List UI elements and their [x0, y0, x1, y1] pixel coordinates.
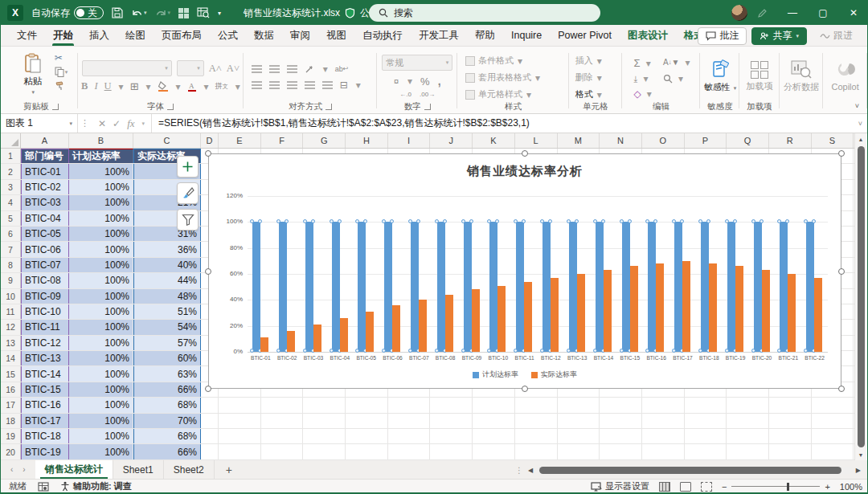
cell-B19[interactable]: 100%: [69, 429, 133, 443]
bar-计划达标率-BTIC-04[interactable]: [332, 222, 340, 352]
bar-实际达标率-BTIC-12[interactable]: [551, 278, 559, 352]
cell-B18[interactable]: 100%: [69, 414, 133, 428]
cell-A10[interactable]: BTIC-09: [21, 289, 69, 304]
pen-icon[interactable]: [757, 8, 768, 18]
bar-实际达标率-BTIC-19[interactable]: [735, 266, 743, 352]
row-header-11[interactable]: 11: [1, 304, 21, 319]
cell-L20[interactable]: [515, 444, 558, 459]
cell-B17[interactable]: 100%: [69, 398, 133, 412]
cell-B4[interactable]: 100%: [69, 195, 133, 210]
cell-B13[interactable]: 100%: [69, 336, 133, 350]
bar-计划达标率-BTIC-21[interactable]: [780, 222, 788, 352]
vertical-scrollbar[interactable]: ▲ ▼: [854, 133, 866, 460]
cell-C7[interactable]: 36%: [133, 242, 201, 256]
column-header-B[interactable]: B: [69, 133, 133, 148]
chart-title[interactable]: 销售业绩达标率分析: [209, 164, 841, 179]
cell-R19[interactable]: [769, 429, 812, 443]
formula-input[interactable]: =SERIES(销售达标统计!$B$1,销售达标统计!$A$2:$A$23,销售…: [152, 116, 530, 130]
scroll-up-icon[interactable]: ▲: [855, 133, 866, 145]
cell-A2[interactable]: BTIC-01: [21, 164, 69, 178]
font-color-icon[interactable]: A: [187, 81, 197, 92]
chart-resize-handle[interactable]: [205, 268, 211, 275]
enter-icon[interactable]: ✓: [113, 118, 121, 129]
cell-A20[interactable]: BTIC-19: [21, 444, 69, 459]
align-middle-icon[interactable]: [269, 65, 280, 73]
cell-A6[interactable]: BTIC-05: [21, 227, 69, 241]
cell-A14[interactable]: BTIC-13: [21, 351, 69, 365]
bar-实际达标率-BTIC-15[interactable]: [630, 266, 638, 352]
zoom-slider[interactable]: − +: [722, 482, 830, 492]
accessibility-status[interactable]: 辅助功能: 调查: [73, 480, 132, 492]
paste-button[interactable]: 粘贴▾: [14, 50, 51, 99]
tab-数据[interactable]: 数据: [246, 25, 282, 46]
row-header-17[interactable]: 17: [1, 398, 21, 412]
cell-C16[interactable]: 66%: [133, 382, 201, 397]
bar-实际达标率-BTIC-11[interactable]: [524, 282, 532, 352]
qat-customize-icon[interactable]: ▾: [218, 10, 221, 17]
cell-Q20[interactable]: [727, 444, 769, 459]
font-launcher-icon[interactable]: [167, 104, 174, 110]
cell-E18[interactable]: [219, 414, 261, 428]
cell-A5[interactable]: BTIC-04: [21, 211, 69, 226]
cell-E19[interactable]: [219, 429, 261, 443]
cell-A3[interactable]: BTIC-02: [21, 180, 69, 194]
cell-R20[interactable]: [769, 444, 812, 459]
tab-帮助[interactable]: 帮助: [467, 25, 503, 46]
sheet-tab-Sheet1[interactable]: Sheet1: [113, 460, 164, 479]
bar-计划达标率-BTIC-16[interactable]: [648, 222, 656, 352]
row-header-3[interactable]: 3: [1, 180, 21, 194]
cell-C17[interactable]: 68%: [133, 398, 201, 412]
bar-计划达标率-BTIC-18[interactable]: [701, 222, 709, 352]
column-header-P[interactable]: P: [685, 133, 727, 148]
legend-item-实际达标率[interactable]: 实际达标率: [531, 369, 577, 380]
align-left-icon[interactable]: [252, 81, 262, 89]
cell-N18[interactable]: [600, 414, 642, 428]
cell-F19[interactable]: [261, 429, 304, 443]
bar-实际达标率-BTIC-18[interactable]: [709, 263, 717, 352]
fill-color-icon[interactable]: [158, 81, 169, 92]
chart-object[interactable]: 销售业绩达标率分析 0%20%40%60%80%100%120%BTIC-01B…: [208, 153, 841, 389]
cell-G18[interactable]: [303, 414, 346, 428]
cell-I19[interactable]: [388, 429, 431, 443]
cell-P19[interactable]: [685, 429, 727, 443]
row-header-20[interactable]: 20: [1, 444, 21, 459]
legend-item-计划达标率[interactable]: 计划达标率: [473, 369, 518, 380]
bar-计划达标率-BTIC-11[interactable]: [516, 222, 524, 352]
cell-G19[interactable]: [303, 429, 346, 443]
cell-A9[interactable]: BTIC-08: [21, 273, 69, 288]
cancel-icon[interactable]: ✕: [98, 118, 106, 129]
italic-icon[interactable]: I: [94, 80, 97, 92]
cell-C13[interactable]: 57%: [133, 336, 201, 350]
cell-P20[interactable]: [685, 444, 727, 459]
bar-计划达标率-BTIC-01[interactable]: [252, 222, 260, 352]
zoom-out-icon[interactable]: −: [722, 482, 727, 492]
formula-bar-grip[interactable]: ⋮: [78, 118, 92, 129]
follow-button[interactable]: 跟进: [812, 27, 861, 45]
cell-C14[interactable]: 60%: [133, 351, 201, 365]
bar-实际达标率-BTIC-14[interactable]: [604, 270, 612, 352]
wrap-text-icon[interactable]: ab↩: [335, 66, 349, 73]
cell-A16[interactable]: BTIC-15: [21, 382, 69, 397]
bar-实际达标率-BTIC-20[interactable]: [762, 270, 770, 352]
search-input[interactable]: 搜索: [369, 4, 600, 22]
cell-O18[interactable]: [642, 414, 685, 428]
tab-自动执行[interactable]: 自动执行: [354, 25, 411, 46]
cell-N19[interactable]: [600, 429, 642, 443]
undo-button[interactable]: ▾: [131, 8, 147, 18]
tab-Inquire[interactable]: Inquire: [503, 25, 550, 46]
cell-L17[interactable]: [515, 398, 558, 412]
row-header-1[interactable]: 1: [1, 149, 21, 163]
merge-center-icon[interactable]: ⊟: [340, 80, 348, 90]
sort-filter-icon[interactable]: A↓▼: [663, 59, 680, 67]
tab-绘图[interactable]: 绘图: [117, 25, 154, 46]
column-header-I[interactable]: I: [388, 133, 431, 148]
macro-record-icon[interactable]: [38, 482, 49, 492]
row-header-4[interactable]: 4: [1, 195, 21, 210]
decrease-indent-icon[interactable]: [305, 81, 315, 89]
bar-计划达标率-BTIC-05[interactable]: [358, 222, 366, 352]
bar-计划达标率-BTIC-12[interactable]: [542, 222, 551, 352]
cell-B5[interactable]: 100%: [69, 211, 133, 226]
cell-H18[interactable]: [346, 414, 388, 428]
cell-C9[interactable]: 44%: [133, 273, 201, 288]
cell-I20[interactable]: [388, 444, 431, 459]
